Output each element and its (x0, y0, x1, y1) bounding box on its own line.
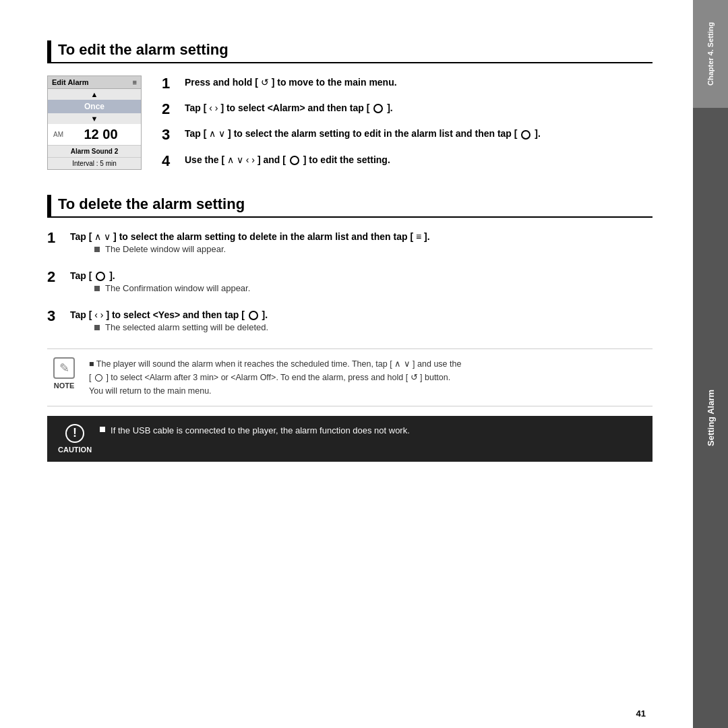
right-sidebar: Chapter 4. Setting Setting Alarm (693, 0, 728, 728)
bullet-icon-1 (94, 247, 100, 252)
device-interval-row: Interval : 5 min (48, 157, 141, 169)
delete-step-number-3: 3 (47, 308, 66, 324)
delete-step-1: 1 Tap [ ∧ ∨ ] to select the alarm settin… (47, 230, 653, 260)
caution-icon-area: ! CAUTION (58, 424, 92, 454)
device-mockup: Edit Alarm ≡ ▲ Once ▼ AM 12 00 Alarm Sou… (47, 75, 142, 170)
delete-step-2-bullet-text: The Confirmation window will appear. (105, 283, 250, 293)
circle-icon-3 (521, 130, 530, 140)
edit-alarm-content: Edit Alarm ≡ ▲ Once ▼ AM 12 00 Alarm Sou… (47, 75, 653, 179)
step-number-3: 3 (162, 127, 181, 143)
caution-exclaim-icon: ! (65, 424, 84, 443)
edit-steps-container: 1 Press and hold [ ↺ ] to move to the ma… (162, 75, 653, 179)
circle-icon-step2 (96, 272, 105, 281)
caution-content: If the USB cable is connected to the pla… (100, 424, 642, 437)
delete-alarm-section: To delete the alarm setting 1 Tap [ ∧ ∨ … (47, 195, 653, 338)
note-label: NOTE (54, 382, 75, 390)
note-line-1: ■ The player will sound the alarm when i… (89, 359, 461, 369)
note-content: ■ The player will sound the alarm when i… (89, 357, 653, 398)
edit-step-2: 2 Tap [ ‹ › ] to select <Alarm> and then… (162, 101, 653, 117)
delete-step-3-bullet-text: The selected alarm setting will be delet… (105, 322, 268, 332)
sidebar-chapter-label: Chapter 4. Setting (693, 0, 728, 108)
device-time-display: 12 00 (66, 127, 135, 142)
circle-icon-note (95, 374, 102, 382)
delete-step-2: 2 Tap [ ]. The Confirmation window will … (47, 269, 653, 299)
step-number-1: 1 (162, 75, 181, 92)
edit-alarm-header: To edit the alarm setting (47, 40, 653, 63)
delete-step-text-1: Tap [ ∧ ∨ ] to select the alarm setting … (70, 231, 430, 242)
delete-steps-container: 1 Tap [ ∧ ∨ ] to select the alarm settin… (47, 230, 653, 338)
step-text-1: Press and hold [ ↺ ] to move to the main… (185, 75, 397, 90)
circle-icon-step3 (249, 311, 258, 320)
caution-bullet: If the USB cable is connected to the pla… (100, 424, 642, 437)
caution-bullet-icon (100, 427, 105, 432)
device-alarm-sound-row: Alarm Sound 2 (48, 145, 141, 157)
header-bar-decoration (47, 40, 51, 62)
delete-step-2-bullet: The Confirmation window will appear. (94, 283, 250, 293)
device-am-label: AM (53, 131, 63, 138)
device-menu-icon: ≡ (133, 78, 137, 86)
step-text-2: Tap [ ‹ › ] to select <Alarm> and then t… (185, 101, 393, 115)
sidebar-setting-alarm-label: Setting Alarm (693, 108, 728, 728)
delete-step-text-2: Tap [ ]. (70, 270, 115, 281)
device-hours: 12 (84, 127, 98, 142)
device-once-label: Once (48, 100, 141, 113)
step-text-3: Tap [ ∧ ∨ ] to select the alarm setting … (185, 127, 541, 141)
delete-step-3: 3 Tap [ ‹ › ] to select <Yes> and then t… (47, 308, 653, 338)
device-arrow-down: ▼ (48, 113, 141, 124)
device-arrow-up: ▲ (48, 89, 141, 100)
delete-step-text-3: Tap [ ‹ › ] to select <Yes> and then tap… (70, 309, 268, 320)
delete-step-3-bullet: The selected alarm setting will be delet… (94, 322, 268, 332)
delete-step-1-bullet: The Delete window will appear. (94, 244, 430, 254)
device-header-title: Edit Alarm (52, 78, 89, 86)
circle-icon-4 (290, 156, 299, 165)
content-area: To edit the alarm setting Edit Alarm ≡ ▲… (0, 0, 693, 728)
caution-label: CAUTION (58, 446, 92, 454)
device-time-row: AM 12 00 (48, 124, 141, 145)
circle-icon-2 (373, 104, 383, 113)
delete-alarm-header: To delete the alarm setting (47, 195, 653, 218)
main-container: To edit the alarm setting Edit Alarm ≡ ▲… (0, 0, 728, 728)
step-number-4: 4 (162, 153, 181, 169)
note-line-3: You will return to the main menu. (89, 386, 212, 396)
edit-step-4: 4 Use the [ ∧ ∨ ‹ › ] and [ ] to edit th… (162, 153, 653, 169)
header-bar-decoration-2 (47, 195, 51, 216)
step-text-4: Use the [ ∧ ∨ ‹ › ] and [ ] to edit the … (185, 153, 390, 167)
delete-step-number-1: 1 (47, 230, 66, 246)
bullet-icon-3 (94, 325, 100, 330)
edit-step-1: 1 Press and hold [ ↺ ] to move to the ma… (162, 75, 653, 92)
device-header: Edit Alarm ≡ (48, 76, 141, 89)
delete-step-1-bullet-text: The Delete window will appear. (105, 244, 226, 254)
note-line-2: [ ] to select <Alarm after 3 min> or <Al… (89, 373, 450, 382)
note-pencil-icon: ✎ (53, 357, 75, 379)
bullet-icon-2 (94, 286, 100, 291)
edit-step-3: 3 Tap [ ∧ ∨ ] to select the alarm settin… (162, 127, 653, 143)
edit-alarm-title: To edit the alarm setting (58, 41, 229, 61)
edit-alarm-section: To edit the alarm setting Edit Alarm ≡ ▲… (47, 40, 653, 179)
delete-step-number-2: 2 (47, 269, 66, 285)
device-minutes: 00 (102, 127, 117, 142)
delete-alarm-title: To delete the alarm setting (58, 195, 245, 216)
caution-section: ! CAUTION If the USB cable is connected … (47, 416, 653, 462)
step-number-2: 2 (162, 101, 181, 117)
page-number: 41 (636, 708, 646, 719)
note-icon-area: ✎ NOTE (47, 357, 81, 390)
note-section: ✎ NOTE ■ The player will sound the alarm… (47, 348, 653, 406)
caution-text: If the USB cable is connected to the pla… (111, 424, 410, 437)
